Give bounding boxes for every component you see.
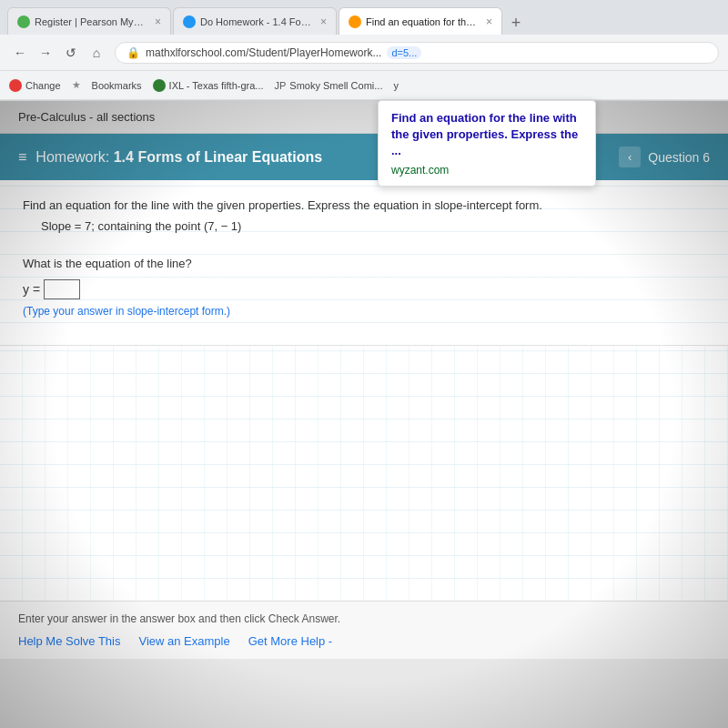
bookmark-y[interactable]: y [393,80,399,91]
url-text: mathxlforschool.com/Student/PlayerHomewo… [146,46,381,59]
tab-3-close[interactable]: × [486,15,492,28]
browser-chrome: Register | Pearson MyLab & Ma... × Do Ho… [0,0,728,101]
tab-bar: Register | Pearson MyLab & Ma... × Do Ho… [0,0,728,35]
bookmark-change-label: Change [25,80,61,91]
precalc-label: Pre-Calculus - all sections [18,110,155,124]
bookmark-ixl-label: IXL - Texas fifth-gra... [169,80,264,91]
address-bar: ← → ↺ ⌂ 🔒 mathxlforschool.com/Student/Pl… [0,35,728,71]
tab-2[interactable]: Do Homework - 1.4 Forms of Li... × [173,7,337,35]
answer-input-row: y = [23,279,705,299]
tooltip-url: wyzant.com [391,164,582,177]
nav-buttons: ← → ↺ ⌂ [9,42,107,64]
bookmark-smoky[interactable]: JP Smoky Smell Comi... [275,80,383,91]
answer-section: What is the equation of the line? y = (T… [23,248,705,327]
bookmark-change[interactable]: Change [9,79,61,92]
view-example-button[interactable]: View an Example [138,634,229,648]
y-equals-label: y = [23,282,40,297]
tooltip-title: Find an equation for the line with the g… [391,110,582,160]
footer-area: Enter your answer in the answer box and … [0,601,728,659]
tab-3-icon [349,15,361,28]
help-solve-button[interactable]: Help Me Solve This [18,634,120,648]
back-button[interactable]: ← [9,42,31,64]
tab-2-label: Do Homework - 1.4 Forms of Li... [200,16,312,27]
refresh-button[interactable]: ↺ [60,42,82,64]
tab-1[interactable]: Register | Pearson MyLab & Ma... × [7,7,171,35]
page-wrapper: Pre-Calculus - all sections ≡ Homework: … [0,101,728,728]
page-content: Pre-Calculus - all sections ≡ Homework: … [0,101,728,659]
bookmarks-label: Bookmarks [92,80,142,91]
home-button[interactable]: ⌂ [86,42,107,64]
new-tab-button[interactable]: + [504,11,528,35]
slope-info: Slope = 7; containing the point (7, − 1) [23,219,705,233]
answer-hint: (Type your answer in slope-intercept for… [23,305,705,318]
question-area: Find an equation for the line with the g… [0,180,728,346]
bookmarks-bar: Change ★ Bookmarks IXL - Texas fifth-gra… [0,71,728,100]
bookmark-y-label: y [393,80,399,91]
tab-2-icon [183,15,196,28]
homework-title-bold: 1.4 Forms of Linear Equations [114,149,322,165]
bookmark-change-icon [9,79,22,92]
tab-3-label: Find an equation for the line wi... [366,16,478,27]
tab-3[interactable]: Find an equation for the line wi... × [339,7,502,35]
get-more-help-button[interactable]: Get More Help - [248,634,332,648]
tab-2-close[interactable]: × [320,15,327,28]
homework-header: ≡ Homework: 1.4 Forms of Linear Equation… [0,134,728,180]
bookmark-ixl[interactable]: IXL - Texas fifth-gra... [153,79,264,92]
menu-icon[interactable]: ≡ [18,149,26,166]
homework-nav-back[interactable]: ‹ [619,147,641,167]
content-area [0,346,728,601]
tab-1-close[interactable]: × [155,15,161,28]
tooltip-popup: Find an equation for the line with the g… [378,100,596,187]
question-label: Question 6 [648,150,710,165]
bookmark-smoky-label: Smoky Smell Comi... [289,80,382,91]
bookmark-ixl-icon [153,79,166,92]
url-suffix: d=5... [387,46,421,59]
url-bar[interactable]: 🔒 mathxlforschool.com/Student/PlayerHome… [115,42,719,64]
tab-1-label: Register | Pearson MyLab & Ma... [35,16,147,27]
footer-instruction: Enter your answer in the answer box and … [18,612,710,625]
forward-button[interactable]: → [35,42,56,64]
homework-prefix: Homework: [35,149,113,165]
footer-buttons: Help Me Solve This View an Example Get M… [18,634,710,648]
answer-input[interactable] [44,279,80,299]
question-instruction: Find an equation for the line with the g… [23,198,705,212]
answer-prompt: What is the equation of the line? [23,257,705,270]
tab-1-icon [17,15,30,28]
precalc-header: Pre-Calculus - all sections [0,101,728,134]
